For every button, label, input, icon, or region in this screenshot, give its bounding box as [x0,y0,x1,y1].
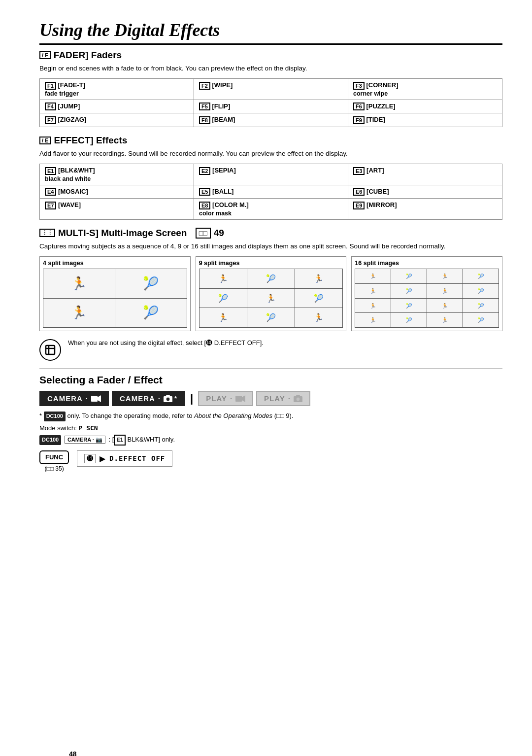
table-row: F7 [ZIGZAG] F8 [BEAM] F9 [TIDE] [40,113,502,127]
fader-section: / F FADER] Faders Begin or end scenes wi… [39,50,502,127]
tip-row: When you are not using the digital effec… [39,338,502,361]
camera-photo-label: CAMERA [120,394,155,403]
person-figure: 🎾 [478,303,484,309]
table-row: E1 [BLK&WHT] black and white E2 [SEPIA] … [40,164,502,185]
person-figure: 🎾 [218,294,228,303]
page-ref: □□ [196,228,211,239]
camera-video-label: CAMERA [47,394,83,403]
split-cell: 🏃 [200,269,247,288]
person-figure: 🏃 [370,317,376,323]
f7-icon: F7 [45,116,56,124]
person-figure: 🎾 [143,276,159,291]
play-video-label: PLAY [206,394,227,403]
person-figure: 🏃 [71,305,87,320]
multi-heading: ⋮⋮ MULTI-S] Multi-Image Screen □□ 49 [39,228,502,239]
play-photo-label: PLAY [264,394,285,403]
dc100-badge-1: DC100 [44,412,66,421]
effect-description: Add flavor to your recordings. Sound wil… [39,149,502,159]
asterisk-mark: * [174,395,177,402]
camera-video-button[interactable]: CAMERA · [39,391,109,406]
split-label-16: 16 split images [355,260,499,267]
person-figure: 🏃 [442,303,448,309]
mode-separator: | [190,392,193,405]
multi-icon: ⋮⋮ [39,229,55,237]
table-row: E7 [WAVE] E8 [COLOR M.] color mask E9 [M… [40,199,502,220]
e4-icon: E4 [45,188,56,196]
title-divider [39,43,502,45]
dot-separator3: · [230,394,233,403]
person-figure: 🏃 [370,288,376,294]
f5-icon: F5 [199,103,210,110]
split-cell: 🎾 [463,299,499,313]
cell-sub: corner wipe [353,90,388,97]
table-cell: F9 [TIDE] [348,113,502,127]
split-cell: 🏃 [355,313,391,327]
split-cell: 🎾 [247,269,295,288]
split-cell: 🎾 [463,284,499,298]
mode-buttons-row: CAMERA · CAMERA · * | [39,391,502,406]
split-cell: 🏃 [355,284,391,298]
table-cell: F6 [PUZZLE] [348,100,502,113]
mode-switch-value: P SCN [78,424,98,432]
table-cell: F5 [FLIP] [194,100,348,113]
effect-icon: / E [39,137,51,144]
table-row: F4 [JUMP] F5 [FLIP] F6 [PUZZLE] [40,100,502,113]
play-photo-button[interactable]: PLAY · [256,391,310,406]
person-figure: 🏃 [314,274,324,283]
photo-camera-icon [164,395,172,403]
split-cell: 🏃 [295,269,342,288]
f2-icon: F2 [199,82,210,90]
f8-icon: F8 [199,116,210,124]
table-row: F1 [FADE-T] fade trigger F2 [WIPE] F3 [C… [40,79,502,100]
e1-ref-icon: E1 [114,435,125,446]
person-figure: 🎾 [406,317,412,323]
e1-icon: E1 [45,167,56,175]
person-figure: 🏃 [218,313,228,322]
play-video-button[interactable]: PLAY · [198,391,253,406]
tip-icon [39,339,61,361]
svg-point-8 [296,397,300,401]
person-figure: 🎾 [143,305,159,320]
effect-section: / E EFFECT] Effects Add flavor to your r… [39,135,502,220]
table-cell: E6 [CUBE] [348,185,502,199]
split-cell: 🏃 [247,289,295,308]
table-cell: E1 [BLK&WHT] black and white [40,164,194,185]
e3-icon: E3 [353,167,365,175]
fader-description: Begin or end scenes with a fade to or fr… [39,64,502,73]
split-cell: 🎾 [391,313,427,327]
split-cell: 🏃 [43,299,115,328]
svg-point-3 [166,397,170,401]
mode-switch-line: Mode switch: P SCN [39,424,502,432]
split-cell: 🏃 [355,269,391,283]
func-button-container: FUNC (□□ 35) [39,450,69,472]
camera-photo-button[interactable]: CAMERA · * [112,391,185,406]
e6-icon: E6 [353,188,365,196]
play-photo-icon [294,395,302,403]
person-figure: 🎾 [478,274,484,279]
person-figure: 🎾 [478,288,484,294]
split-cell: 🏃 [427,269,463,283]
split-cell: 🏃 [427,313,463,327]
person-figure: 🎾 [478,317,484,323]
cell-label: F3 [CORNER] [353,81,398,89]
fader-heading-text: FADER] Faders [54,50,122,61]
fader-icon: / F [39,51,51,59]
cell-sub: color mask [199,210,232,217]
func-arrow: ▶ [100,454,105,463]
split-cell: 🎾 [115,299,187,328]
person-figure: 🏃 [370,274,376,279]
table-cell: F8 [BEAM] [194,113,348,127]
table-cell: E5 [BALL] [194,185,348,199]
split-box-4: 4 split images 🏃 🎾 🏃 🎾 [39,256,191,331]
play-video-icon [235,395,245,403]
split-label-9: 9 split images [199,260,343,267]
multi-page-number: 49 [214,228,224,239]
split-cell: 🎾 [391,269,427,283]
effect-table: E1 [BLK&WHT] black and white E2 [SEPIA] … [39,164,502,220]
svg-marker-6 [242,395,245,402]
svg-rect-0 [91,396,98,402]
cell-sub: fade trigger [45,90,79,97]
func-button[interactable]: FUNC [39,450,69,464]
split-cell: 🎾 [247,308,295,327]
fader-heading: / F FADER] Faders [39,50,502,61]
